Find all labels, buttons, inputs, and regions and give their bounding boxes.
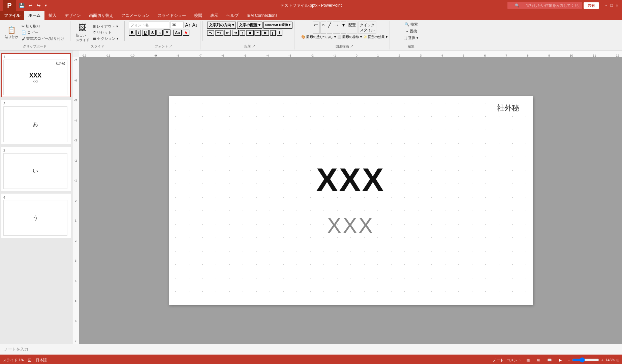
slide-thumb-3[interactable]: 3 い — [1, 147, 71, 191]
char-spacing-button[interactable]: Aa — [173, 30, 182, 36]
normal-view-button[interactable]: ▦ — [524, 356, 532, 364]
quick-save[interactable]: 💾 — [18, 2, 26, 9]
replace-button[interactable]: ↔ 置換 — [404, 28, 418, 34]
minimize-button[interactable]: － — [604, 0, 609, 11]
cut-button[interactable]: ✂ 切り取り — [20, 24, 66, 29]
slide-thumb-2[interactable]: 2 あ — [1, 100, 71, 144]
font-size-increase[interactable]: A↑ — [185, 22, 191, 28]
slide-main-text[interactable]: XXX — [316, 161, 385, 198]
slide-thumb-4[interactable]: 4 う — [1, 194, 71, 238]
reading-view-button[interactable]: 📖 — [546, 356, 554, 364]
share-button[interactable]: 共有 — [584, 2, 599, 9]
zoom-slider[interactable] — [572, 357, 599, 363]
editing-group-label: 編集 — [408, 43, 414, 49]
restore-button[interactable]: ❐ — [609, 0, 614, 11]
slide-sorter-button[interactable]: ⊞ — [535, 356, 543, 364]
drawing-expand[interactable]: ↗ — [350, 44, 353, 48]
shape-fill-button[interactable]: 🎨 図形の塗りつぶし ▾ — [301, 35, 336, 39]
zoom-out-button[interactable]: － — [567, 358, 571, 363]
slide-thumb-1[interactable]: 1 社外秘 XXX xxx — [1, 53, 71, 97]
arrange-button[interactable]: 配置 — [347, 22, 357, 34]
font-size-input[interactable] — [170, 22, 184, 28]
search-area[interactable]: 🔍 — [507, 2, 582, 9]
font-size-decrease[interactable]: A↓ — [192, 22, 198, 28]
shape-effect-button[interactable]: ✨ 図形の効果 ▾ — [363, 35, 388, 39]
format-paste-button[interactable]: 🖌 書式のコピー/貼り付け — [20, 36, 66, 41]
shape-outline-button[interactable]: ⬜ 図形の枠線 ▾ — [337, 35, 362, 39]
shape-more-icon[interactable]: ▾ — [341, 22, 346, 34]
tab-transitions[interactable]: 画面切り替え — [85, 11, 117, 20]
quick-style-button[interactable]: クイックスタイル — [358, 22, 376, 34]
indent-decrease-button[interactable]: ⇤ — [224, 30, 231, 36]
slide-sub-text[interactable]: XXX — [327, 213, 374, 238]
font-name-input[interactable] — [129, 22, 169, 28]
align-left-button[interactable]: ⫷ — [246, 30, 254, 36]
text-direction-button[interactable]: 文字列の方向 ▾ — [207, 22, 236, 29]
copy-button[interactable]: 📄 コピー — [20, 30, 66, 35]
shape-rect-icon[interactable]: ▭ — [313, 22, 320, 34]
tab-view[interactable]: 表示 — [206, 11, 222, 20]
window-controls: 🔍 共有 － ❐ ✕ — [507, 0, 619, 11]
tab-ibm[interactable]: IBM Connections — [243, 11, 281, 20]
ruler-v-n1: -1 — [74, 179, 77, 182]
underline-button[interactable]: U — [142, 30, 149, 36]
paste-button[interactable]: 📋 貼り付け — [3, 23, 20, 43]
number-button[interactable]: ≡1 — [215, 30, 223, 36]
new-slide-button[interactable]: 🖼 新しいスライド — [74, 24, 91, 42]
columns-button[interactable]: ⦀ — [277, 30, 282, 36]
zoom-fit-button[interactable]: ⊞ — [616, 358, 619, 362]
tab-review[interactable]: 校閲 — [190, 11, 206, 20]
accessibility-icon[interactable]: ⊡ — [28, 357, 32, 363]
justify-button[interactable]: ⫿ — [270, 30, 276, 36]
font-expand[interactable]: ↗ — [169, 44, 172, 48]
search-button[interactable]: 🔍 検索 — [403, 22, 419, 27]
shape-line-icon[interactable]: ╱ — [327, 22, 332, 34]
text-align-button[interactable]: 文字の配置 ▾ — [237, 22, 262, 29]
para-expand[interactable]: ↗ — [252, 44, 255, 48]
bullet-button[interactable]: ≡• — [207, 30, 214, 36]
language[interactable]: 日本語 — [36, 358, 47, 363]
quick-redo[interactable]: ↪ — [35, 2, 42, 9]
align-center-button[interactable]: ≡ — [254, 30, 260, 36]
notes-button[interactable]: ノート — [493, 358, 504, 363]
tab-design[interactable]: デザイン — [61, 11, 85, 20]
indent-increase-button[interactable]: ⇥ — [232, 30, 239, 36]
ruler-mark-3: 3 — [420, 54, 422, 57]
editing-content: 🔍 検索 ↔ 置換 ⬚ 選択 ▾ — [402, 22, 420, 43]
italic-button[interactable]: I — [136, 30, 141, 36]
tab-help[interactable]: ヘルプ — [222, 11, 243, 20]
slideshow-view-button[interactable]: ▶ — [556, 356, 564, 364]
zoom-in-button[interactable]: ＋ — [600, 358, 604, 363]
align-right-button[interactable]: ⫸ — [261, 30, 269, 36]
shape-arrow-icon[interactable]: → — [333, 22, 340, 34]
font-color-button[interactable]: A — [183, 30, 189, 36]
command-search[interactable] — [526, 3, 580, 7]
line-spacing-button[interactable]: ↕ — [240, 30, 246, 36]
tab-animations[interactable]: アニメーション — [117, 11, 154, 20]
tab-slideshow[interactable]: スライドショー — [154, 11, 190, 20]
tab-insert[interactable]: 挿入 — [44, 11, 61, 20]
clear-format-button[interactable]: ✕ — [163, 29, 170, 36]
tab-home[interactable]: ホーム — [24, 11, 44, 20]
shadow-button[interactable]: s — [156, 30, 162, 36]
quick-undo[interactable]: ↩ — [27, 2, 34, 9]
slide-preview-4: う — [3, 200, 67, 236]
ruler-mark-n4: -4 — [266, 54, 269, 57]
shape-circle-icon[interactable]: ○ — [320, 22, 326, 34]
layout-button[interactable]: ⊞ レイアウト ▾ — [91, 24, 120, 29]
ruler-mark-n9: -9 — [154, 54, 157, 57]
bold-button[interactable]: B — [129, 30, 135, 36]
paragraph-content: 文字列の方向 ▾ 文字の配置 ▾ SmartArt に変換 ▾ ≡• ≡1 ⇤ … — [207, 22, 293, 43]
select-button[interactable]: ⬚ 選択 ▾ — [402, 35, 420, 41]
close-button[interactable]: ✕ — [615, 0, 619, 11]
slide-canvas-wrap[interactable]: 社外秘 XXX XXX — [79, 57, 622, 344]
strikethrough-button[interactable]: S — [149, 30, 156, 36]
comment-button[interactable]: コメント — [506, 358, 521, 363]
section-button[interactable]: ☰ セクション ▾ — [91, 36, 120, 41]
slide-canvas[interactable]: 社外秘 XXX XXX — [169, 96, 533, 305]
smartart-button[interactable]: SmartArt に変換 ▾ — [263, 22, 293, 29]
notes-area[interactable]: ノートを入力 — [0, 344, 622, 355]
reset-button[interactable]: ↺ リセット — [91, 30, 120, 35]
tab-file[interactable]: ファイル — [0, 11, 24, 20]
quick-customize[interactable]: ▾ — [43, 2, 48, 8]
